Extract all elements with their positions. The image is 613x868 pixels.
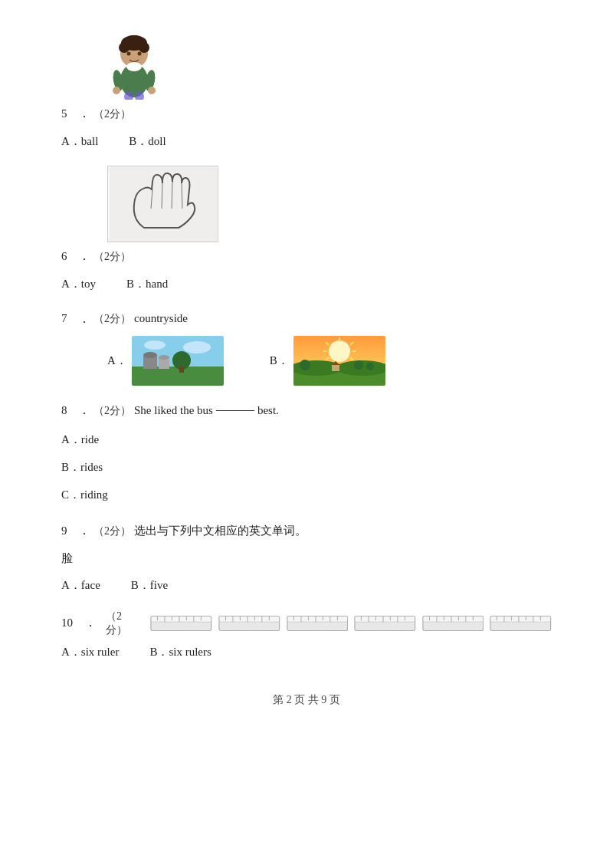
q6-option-b: B．hand <box>126 274 168 294</box>
q9-options: A．face B．five <box>61 575 552 596</box>
question-5: 5 ． （2分） A．ball B．doll <box>61 31 552 152</box>
q9-option-a: A．face <box>61 575 100 596</box>
q7-option-a-label: A． <box>107 353 127 368</box>
question-8: 8 ． （2分） She liked the bus best. A．ride … <box>61 399 552 506</box>
question-10: 10 ． （2分） <box>61 610 552 663</box>
q8-option-b: B．rides <box>61 455 552 478</box>
q6-score: （2分） <box>93 247 131 266</box>
svg-rect-48 <box>151 616 211 623</box>
svg-point-12 <box>148 87 156 94</box>
q9-subtext-line: 脸 <box>61 548 552 569</box>
svg-point-29 <box>144 340 166 350</box>
svg-point-25 <box>159 355 169 360</box>
svg-point-5 <box>125 35 143 48</box>
q7-text: countryside <box>134 308 188 329</box>
q6-number: 6 <box>61 246 78 267</box>
q9-subtext: 脸 <box>61 548 73 569</box>
svg-point-11 <box>113 87 120 94</box>
q10-score: （2分） <box>106 610 141 637</box>
svg-rect-45 <box>332 365 339 371</box>
q8-text: She liked the bus <box>134 400 213 421</box>
hand-image <box>107 166 218 242</box>
q6-option-a: A．toy <box>61 274 96 294</box>
q6-period: ． <box>78 245 90 268</box>
doll-icon <box>107 31 161 100</box>
page-footer: 第 2 页 共 9 页 <box>61 693 552 707</box>
q7-images: A． <box>107 336 552 386</box>
ruler-6-icon <box>490 613 552 634</box>
q8-options: A．ride B．rides C．riding <box>61 428 552 506</box>
ruler-3-icon <box>287 613 349 634</box>
q5-option-a: A．ball <box>61 131 98 152</box>
q8-after-blank: best. <box>257 400 279 421</box>
q10-rulers: 10 ． （2分） <box>61 610 552 637</box>
q5-number: 5 <box>61 104 78 124</box>
q8-period: ． <box>78 399 90 422</box>
svg-rect-84 <box>423 616 484 623</box>
ruler-2-icon <box>218 613 280 634</box>
q5-score: （2分） <box>93 104 131 123</box>
q10-option-b: B．six rulers <box>149 642 211 663</box>
svg-rect-93 <box>490 616 551 623</box>
q7-line: 7 ． （2分） countryside <box>61 308 552 330</box>
svg-point-44 <box>354 360 363 370</box>
q7-option-b-label: B． <box>270 353 289 368</box>
svg-point-43 <box>366 363 374 370</box>
svg-point-7 <box>138 52 142 56</box>
q5-period: ． <box>78 103 90 125</box>
q9-score: （2分） <box>93 521 131 541</box>
svg-rect-57 <box>219 616 280 623</box>
q9-option-b: B．five <box>131 575 168 596</box>
q10-option-a: A．six ruler <box>61 642 119 663</box>
hand-svg <box>110 166 217 242</box>
svg-point-42 <box>300 360 310 370</box>
page-footer-text: 第 2 页 共 9 页 <box>273 694 340 705</box>
q8-score: （2分） <box>93 401 131 420</box>
ruler-1-icon <box>150 613 212 634</box>
svg-point-6 <box>127 52 131 56</box>
svg-rect-75 <box>355 616 415 623</box>
q9-period: ． <box>78 520 90 542</box>
svg-point-24 <box>143 352 157 358</box>
q5-line: 5 ． （2分） <box>61 103 552 125</box>
q6-options: A．toy B．hand <box>61 274 552 294</box>
q6-line: 6 ． （2分） <box>61 245 552 268</box>
q8-option-c: C．riding <box>61 483 552 506</box>
countryside-image-a <box>132 336 224 386</box>
q10-number-label: 10 <box>61 616 78 630</box>
q9-number: 9 <box>61 521 78 541</box>
q7-score: （2分） <box>93 309 131 328</box>
q8-line: 8 ． （2分） She liked the bus best. <box>61 399 552 422</box>
q6-image-area <box>107 166 552 242</box>
q9-text: 选出与下列中文相应的英文单词。 <box>134 521 306 541</box>
q5-image-area <box>107 31 552 100</box>
countryside-image-b <box>293 336 385 386</box>
q7-number: 7 <box>61 308 78 329</box>
q5-options: A．ball B．doll <box>61 131 552 152</box>
q8-number: 8 <box>61 400 78 421</box>
svg-point-31 <box>329 340 350 362</box>
q10-period-l: ． <box>84 615 97 631</box>
svg-point-28 <box>183 341 211 353</box>
q8-blank <box>216 410 254 411</box>
question-6: 6 ． （2分） A．toy B．hand <box>61 166 552 294</box>
question-7: 7 ． （2分） countryside A． <box>61 308 552 386</box>
question-9: 9 ． （2分） 选出与下列中文相应的英文单词。 脸 A．face B．five <box>61 520 552 596</box>
svg-point-8 <box>126 62 142 71</box>
ruler-5-icon <box>422 613 484 634</box>
svg-rect-27 <box>179 367 184 373</box>
q9-line: 9 ． （2分） 选出与下列中文相应的英文单词。 <box>61 520 552 542</box>
svg-rect-66 <box>287 616 348 623</box>
q10-options: A．six ruler B．six rulers <box>61 642 552 663</box>
svg-rect-21 <box>132 367 224 386</box>
q8-option-a: A．ride <box>61 428 552 451</box>
q7-period: ． <box>78 308 90 330</box>
ruler-4-icon <box>354 613 416 634</box>
q5-option-b: B．doll <box>129 131 166 152</box>
